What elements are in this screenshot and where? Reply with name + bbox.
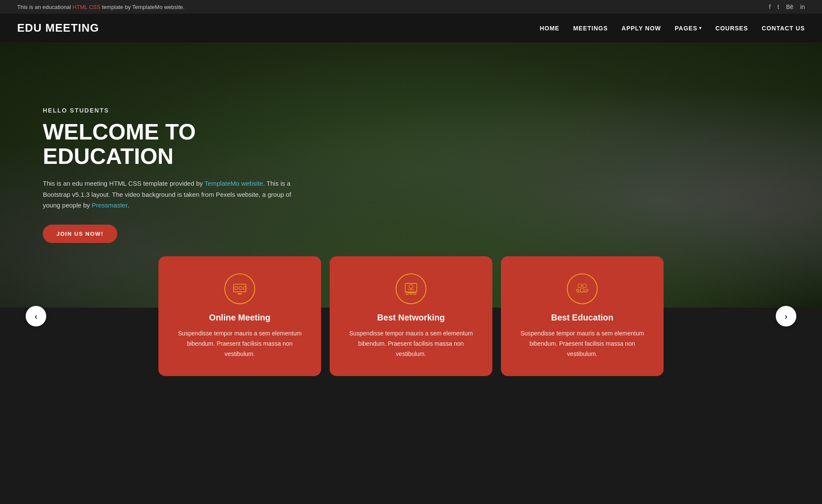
- nav-apply-now[interactable]: APPLY NOW: [622, 25, 661, 32]
- hero-desc-part3: .: [128, 202, 129, 209]
- svg-point-14: [414, 292, 416, 294]
- card2-title: Best Networking: [343, 313, 479, 323]
- card1-title: Online Meeting: [172, 313, 307, 323]
- card-best-networking: Best Networking Suspendisse tempor mauri…: [330, 256, 492, 376]
- linkedin-icon[interactable]: in: [800, 3, 805, 10]
- facebook-icon[interactable]: f: [769, 3, 771, 10]
- pages-chevron-icon: ▾: [699, 26, 702, 30]
- social-icons: f t Bē in: [769, 3, 805, 10]
- top-bar-highlight: HTML CSS: [72, 4, 100, 10]
- nav-home[interactable]: HOME: [540, 25, 560, 32]
- behance-icon[interactable]: Bē: [786, 3, 793, 10]
- svg-point-15: [578, 284, 582, 288]
- card2-desc: Suspendisse tempor mauris a sem elementu…: [343, 329, 479, 359]
- svg-point-4: [239, 287, 242, 290]
- networking-icon: [403, 281, 419, 296]
- svg-point-19: [586, 289, 588, 291]
- slider-prev-button[interactable]: ‹: [26, 306, 46, 326]
- card3-icon-wrap: [567, 273, 598, 304]
- svg-point-12: [406, 292, 408, 294]
- nav-meetings[interactable]: MEETINGS: [573, 25, 608, 32]
- cards-wrapper: Online Meeting Suspendisse tempor mauris…: [46, 256, 776, 376]
- templatemo-link[interactable]: TemplateMo website: [205, 180, 263, 187]
- svg-point-3: [235, 287, 238, 290]
- main-nav: HOME MEETINGS APPLY NOW PAGES ▾ COURSES …: [540, 25, 805, 32]
- hero-description: This is an edu meeting HTML CSS template…: [43, 178, 300, 211]
- hero-content: HELLO STUDENTS WELCOME TO EDUCATION This…: [43, 107, 300, 243]
- svg-point-16: [583, 284, 587, 288]
- top-bar-suffix: template by TemplateMo website.: [101, 4, 185, 10]
- svg-rect-0: [234, 284, 246, 292]
- top-bar-prefix: This is an educational: [17, 4, 72, 10]
- card1-icon-wrap: [224, 273, 255, 304]
- card-online-meeting: Online Meeting Suspendisse tempor mauris…: [158, 256, 321, 376]
- join-button[interactable]: JOIN US NOW!: [43, 225, 117, 243]
- card2-icon-wrap: [396, 273, 426, 304]
- pressmaster-link[interactable]: Pressmaster: [92, 202, 127, 209]
- meeting-icon: [232, 281, 247, 296]
- hero-subtitle: HELLO STUDENTS: [43, 107, 300, 114]
- card1-desc: Suspendisse tempor mauris a sem elementu…: [172, 329, 307, 359]
- site-logo: EDU MEETING: [17, 21, 99, 35]
- top-bar: This is an educational HTML CSS template…: [0, 0, 822, 14]
- top-bar-text: This is an educational HTML CSS template…: [17, 4, 185, 10]
- card3-title: Best Education: [515, 313, 650, 323]
- education-icon: [575, 281, 590, 296]
- cards-section: ‹ Online Meeting Suspendisse tempor maur…: [0, 256, 822, 376]
- card3-desc: Suspendisse tempor mauris a sem elementu…: [515, 329, 650, 359]
- header: EDU MEETING HOME MEETINGS APPLY NOW PAGE…: [0, 14, 822, 42]
- svg-point-8: [409, 285, 413, 288]
- slider-next-button[interactable]: ›: [776, 306, 796, 326]
- nav-pages[interactable]: PAGES ▾: [675, 25, 702, 32]
- svg-point-18: [577, 289, 579, 291]
- nav-contact-us[interactable]: CONTACT US: [762, 25, 805, 32]
- hero-desc-part1: This is an edu meeting HTML CSS template…: [43, 180, 205, 187]
- card-best-education: Best Education Suspendisse tempor mauris…: [501, 256, 664, 376]
- hero-title: WELCOME TO EDUCATION: [43, 120, 300, 169]
- twitter-icon[interactable]: t: [777, 3, 779, 10]
- nav-courses[interactable]: COURSES: [715, 25, 748, 32]
